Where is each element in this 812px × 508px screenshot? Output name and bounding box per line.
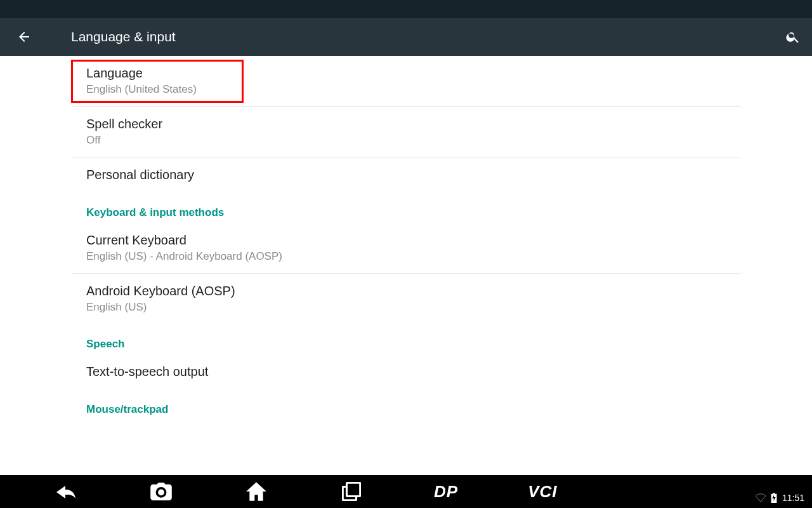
battery-charging-icon — [771, 493, 777, 503]
dp-label: DP — [434, 482, 458, 502]
nav-camera-button[interactable] — [148, 479, 174, 504]
appbar-title: Language & input — [71, 29, 784, 44]
camera-icon — [150, 483, 172, 500]
nav-recents-button[interactable] — [339, 479, 364, 504]
section-header-keyboard: Keyboard & input methods — [71, 192, 741, 223]
navbar-status: 11:51 — [756, 493, 804, 503]
system-navbar: DP VCI 11:51 — [0, 475, 812, 508]
back-button[interactable] — [15, 28, 33, 46]
svg-rect-1 — [347, 483, 360, 496]
setting-title: Personal dictionary — [86, 168, 726, 182]
vci-label: VCI — [528, 482, 557, 502]
setting-spell-checker[interactable]: Spell checker Off — [71, 107, 741, 157]
setting-tts-output[interactable]: Text-to-speech output — [71, 354, 741, 389]
setting-title: Current Keyboard — [86, 233, 726, 248]
nav-vci-button[interactable]: VCI — [528, 479, 557, 504]
setting-title: Spell checker — [86, 117, 726, 131]
setting-title: Language — [86, 66, 726, 81]
setting-personal-dictionary[interactable]: Personal dictionary — [71, 157, 741, 192]
section-header-mouse: Mouse/trackpad — [71, 389, 741, 416]
settings-list: Language English (United States) Spell c… — [0, 56, 812, 475]
clock: 11:51 — [782, 493, 804, 503]
setting-subtitle: English (United States) — [86, 83, 726, 96]
setting-language[interactable]: Language English (United States) — [71, 56, 741, 107]
setting-current-keyboard[interactable]: Current Keyboard English (US) - Android … — [71, 223, 741, 274]
setting-subtitle: English (US) - Android Keyboard (AOSP) — [86, 250, 726, 263]
search-icon — [785, 29, 801, 44]
nav-home-button[interactable] — [244, 479, 269, 504]
navbar-buttons: DP VCI — [53, 479, 557, 504]
svg-rect-3 — [773, 493, 775, 494]
recents-icon — [342, 482, 361, 501]
nav-back-button[interactable] — [53, 479, 79, 504]
nav-dp-button[interactable]: DP — [434, 479, 458, 504]
arrow-left-icon — [16, 29, 32, 44]
system-status-bar — [0, 0, 812, 18]
section-header-speech: Speech — [71, 324, 741, 354]
setting-subtitle: English (US) — [86, 301, 726, 314]
reply-arrow-icon — [55, 483, 77, 500]
setting-title: Android Keyboard (AOSP) — [86, 284, 726, 298]
appbar: Language & input — [0, 18, 812, 56]
search-button[interactable] — [784, 28, 802, 46]
setting-subtitle: Off — [86, 134, 726, 147]
setting-android-keyboard[interactable]: Android Keyboard (AOSP) English (US) — [71, 274, 741, 324]
setting-title: Text-to-speech output — [86, 364, 726, 379]
home-icon — [246, 482, 266, 501]
wifi-icon — [756, 493, 766, 502]
